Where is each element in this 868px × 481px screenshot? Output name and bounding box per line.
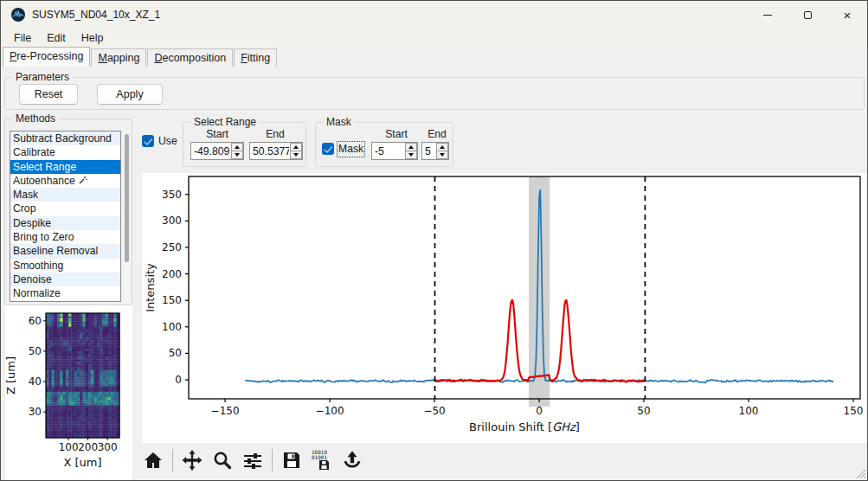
export-button[interactable] (341, 448, 363, 472)
method-calibrate[interactable]: Calibrate (10, 145, 120, 159)
tab-decomposition[interactable]: Decomposition (147, 48, 233, 67)
method-subtract-background[interactable]: Subtract Background (10, 131, 120, 145)
subplot-settings-button[interactable] (241, 448, 264, 472)
arrow-up-icon (440, 145, 445, 149)
spin-down-button[interactable] (436, 151, 448, 159)
arrow-up-icon (235, 145, 240, 149)
wand-icon (78, 176, 87, 185)
save-data-button[interactable]: 10010 01001 (311, 448, 333, 472)
titlebar: SUSYM5_ND04_10x_XZ_1 × (1, 1, 867, 29)
arrow-down-icon (440, 153, 445, 157)
method-smoothing[interactable]: Smoothing (10, 259, 120, 273)
method-despike[interactable]: Despike (10, 216, 120, 230)
mask-checkbox-label: Mask (338, 143, 363, 156)
tab-mapping[interactable]: Mapping (91, 48, 146, 67)
save-icon (281, 450, 302, 471)
svg-text:300: 300 (162, 215, 182, 227)
close-button[interactable]: × (827, 1, 867, 29)
svg-text:0: 0 (536, 405, 543, 417)
method-normalize[interactable]: Normalize (10, 286, 120, 300)
home-icon (143, 450, 164, 471)
tab-fitting[interactable]: Fitting (234, 48, 277, 67)
svg-text:−100: −100 (316, 405, 344, 417)
parameters-group: Parameters Reset Apply (4, 77, 865, 110)
window-title: SUSYM5_ND04_10x_XZ_1 (32, 1, 160, 29)
method-baseline-removal[interactable]: Baseline Removal (10, 244, 120, 258)
spin-up-button[interactable] (405, 143, 417, 151)
maximize-button[interactable] (788, 1, 827, 29)
app-window: SUSYM5_ND04_10x_XZ_1 × File Edit Help Pr… (0, 0, 868, 481)
mask-end-spinbox (421, 142, 449, 160)
tab-pre-processing[interactable]: Pre-Processing (3, 47, 90, 67)
apply-button[interactable]: Apply (97, 84, 163, 105)
app-icon (11, 8, 25, 22)
svg-text:50: 50 (29, 345, 42, 357)
tab-label: ecomposition (162, 52, 226, 64)
method-crop[interactable]: Crop (10, 202, 120, 215)
save-figure-button[interactable] (280, 448, 303, 472)
svg-text:Brillouin Shift [GHz]: Brillouin Shift [GHz] (469, 420, 580, 433)
spin-up-button[interactable] (231, 143, 243, 151)
mask-checkbox[interactable] (322, 143, 334, 155)
methods-scrollbar[interactable] (124, 131, 130, 302)
method-autoenhance[interactable]: Autoenhance (10, 174, 120, 188)
svg-text:−50: −50 (423, 405, 445, 417)
svg-text:150: 150 (844, 405, 864, 417)
methods-scrollbar-thumb[interactable] (125, 134, 129, 262)
svg-text:100: 100 (739, 405, 759, 417)
zoom-button[interactable] (211, 448, 234, 472)
use-checkbox-label: Use (158, 135, 177, 148)
svg-text:100: 100 (59, 441, 79, 453)
svg-text:250: 250 (162, 241, 182, 253)
tab-bar: Pre-Processing Mapping Decomposition Fit… (3, 47, 278, 67)
arrow-down-icon (408, 153, 414, 157)
spin-down-button[interactable] (290, 151, 302, 159)
map-plot-canvas[interactable]: 30405060100200300X [um]Z [um] (5, 305, 132, 481)
method-denoise[interactable]: Denoise (10, 273, 120, 286)
mask-end-label: End (421, 128, 453, 140)
spin-down-button[interactable] (231, 151, 243, 159)
spin-up-button[interactable] (436, 143, 448, 151)
pan-button[interactable] (181, 448, 203, 472)
mask-group: Mask Mask Start End (315, 122, 453, 167)
method-label: Autoenhance (13, 175, 75, 187)
menu-edit[interactable]: Edit (39, 30, 74, 46)
menu-file[interactable]: File (6, 30, 39, 46)
toolbar-separator (172, 449, 173, 471)
mask-start-input[interactable] (372, 143, 405, 159)
method-select-range[interactable]: Select Range (10, 160, 120, 174)
svg-text:X [um]: X [um] (63, 456, 101, 469)
use-checkbox[interactable] (142, 135, 154, 147)
methods-list: Subtract Background Calibrate Select Ran… (10, 131, 121, 302)
plot-toolbar: 10010 01001 (142, 446, 363, 475)
mask-end-input[interactable] (422, 143, 436, 159)
svg-text:200: 200 (78, 441, 98, 453)
select-range-end-spinbox (249, 142, 303, 160)
select-range-end-label: End (249, 128, 301, 140)
arrow-down-icon (235, 153, 240, 157)
reset-button[interactable]: Reset (19, 84, 78, 105)
select-range-start-input[interactable] (191, 143, 231, 159)
toolbar-separator (272, 449, 273, 471)
svg-text:200: 200 (162, 268, 182, 280)
svg-text:300: 300 (98, 441, 118, 453)
spin-up-button[interactable] (290, 143, 302, 151)
svg-text:150: 150 (162, 294, 182, 306)
resize-grip[interactable] (855, 468, 865, 478)
parameters-group-label: Parameters (12, 71, 73, 83)
method-bring-to-zero[interactable]: Bring to Zero (10, 230, 120, 244)
method-mask[interactable]: Mask (10, 188, 120, 202)
spin-down-button[interactable] (405, 151, 417, 159)
select-range-end-input[interactable] (250, 143, 290, 159)
binary-text: 01001 (312, 454, 327, 460)
mask-group-label: Mask (323, 116, 355, 128)
menu-help[interactable]: Help (74, 30, 112, 46)
minimize-button[interactable] (748, 1, 788, 29)
svg-text:40: 40 (29, 375, 42, 388)
spectrum-plot-canvas[interactable]: 050100150200250300350−150−100−5005010015… (142, 173, 867, 443)
home-button[interactable] (142, 448, 164, 472)
tab-label: apping (107, 52, 140, 64)
svg-text:Z [um]: Z [um] (5, 356, 17, 394)
mask-start-label: Start (375, 128, 418, 140)
svg-text:60: 60 (29, 315, 42, 327)
